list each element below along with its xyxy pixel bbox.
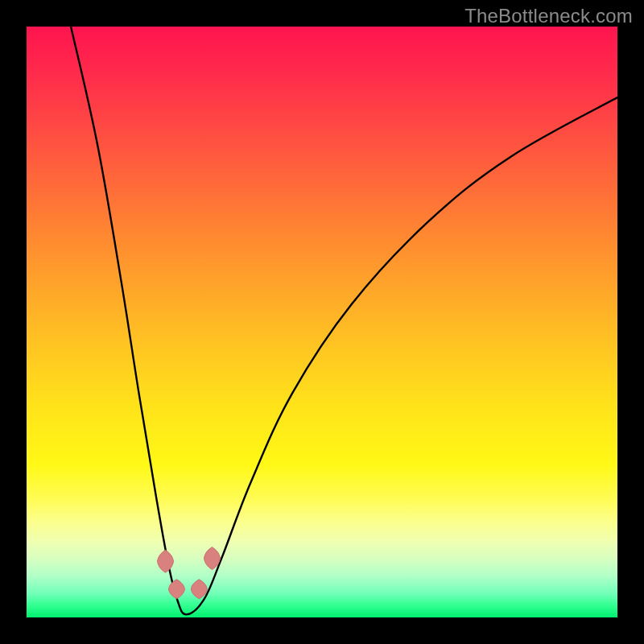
watermark-text: TheBottleneck.com [464, 5, 633, 27]
chart-plot-area [27, 27, 617, 617]
bottleneck-curve-svg [27, 27, 617, 617]
bottleneck-curve [71, 27, 617, 614]
curve-marker [191, 580, 207, 599]
curve-marker [168, 580, 184, 599]
curve-markers-group [157, 547, 220, 599]
curve-marker [157, 550, 173, 572]
